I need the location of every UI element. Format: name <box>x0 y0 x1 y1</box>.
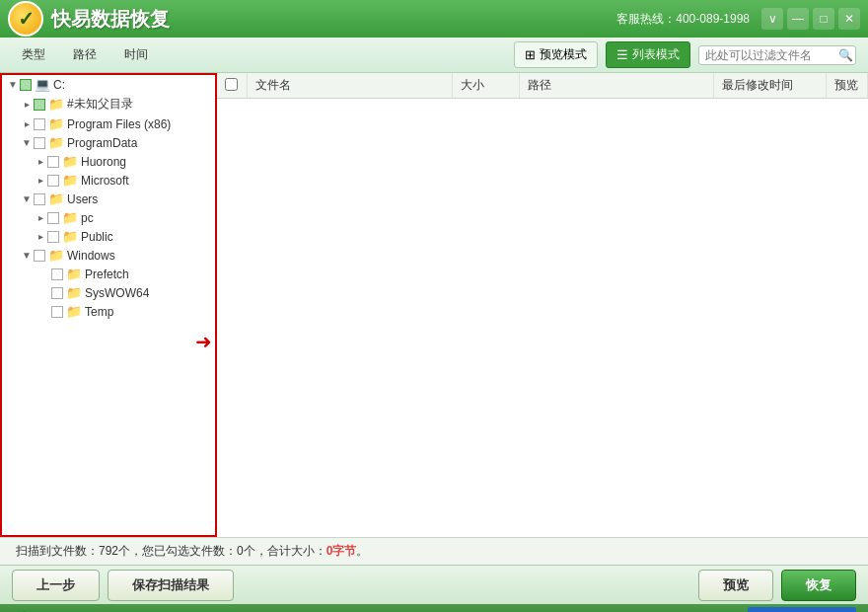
col-checkbox-header[interactable] <box>217 73 248 99</box>
expand-icon[interactable]: ▼ <box>6 79 20 90</box>
titlebar-left: 快易数据恢复 <box>8 1 170 37</box>
tree-item-syswow64[interactable]: 📁 SysWOW64 <box>2 283 215 302</box>
tree-label: Prefetch <box>85 268 129 281</box>
tree-checkbox[interactable] <box>34 250 45 262</box>
preview-mode-button[interactable]: ⊞ 预览模式 <box>514 41 598 68</box>
preview-button[interactable]: 预览 <box>698 570 773 601</box>
tree-item-microsoft[interactable]: ▸ 📁 Microsoft <box>2 171 215 190</box>
tree-item-pc[interactable]: ▸ 📁 pc <box>2 208 215 227</box>
hotline-text: 客服热线：400-089-1998 <box>616 11 750 28</box>
folder-icon: 📁 <box>62 229 78 244</box>
list-mode-button[interactable]: ☰ 列表模式 <box>606 41 690 68</box>
tree-checkbox[interactable] <box>47 212 59 224</box>
tree-checkbox[interactable] <box>20 79 32 91</box>
tree-checkbox[interactable] <box>34 99 45 111</box>
app-container: 快易数据恢复 客服热线：400-089-1998 ∨ — □ ✕ 类型 路径 时… <box>0 0 868 612</box>
tree-item-users[interactable]: ▼ 📁 Users <box>2 190 215 208</box>
search-icon[interactable]: 🔍 <box>838 48 853 62</box>
folder-icon: 📁 <box>62 154 78 169</box>
folder-icon: 📁 <box>48 116 64 131</box>
tab-time[interactable]: 时间 <box>114 42 158 67</box>
folder-icon: 📁 <box>66 267 82 281</box>
tree-item-huorong[interactable]: ▸ 📁 Huorong <box>2 152 215 171</box>
col-preview-header: 预览 <box>827 73 868 99</box>
titlebar: 快易数据恢复 客服热线：400-089-1998 ∨ — □ ✕ <box>0 0 868 38</box>
preview-mode-label: 预览模式 <box>540 46 587 63</box>
expand-icon[interactable]: ▸ <box>34 156 47 167</box>
expand-icon[interactable]: ▼ <box>20 137 34 148</box>
search-box: 🔍 <box>698 45 856 65</box>
tree-item-temp[interactable]: 📁 Temp <box>2 302 215 321</box>
expand-icon <box>37 306 51 317</box>
folder-icon: 📁 <box>48 191 64 206</box>
expand-icon[interactable]: ▼ <box>20 250 34 261</box>
expand-icon[interactable]: ▸ <box>20 118 34 129</box>
expand-button[interactable]: ∨ <box>761 8 783 30</box>
main-wrapper: ▼ 💻 C: ▸ 📁 #未知父目录 ▸ 📁 Program <box>0 73 868 537</box>
tree-checkbox[interactable] <box>51 306 63 318</box>
folder-icon: 📁 <box>62 173 78 188</box>
minimize-button[interactable]: — <box>787 8 809 30</box>
expand-icon[interactable]: ▸ <box>20 99 34 110</box>
tree-label: Public <box>81 230 113 244</box>
folder-icon: 📁 <box>66 285 82 300</box>
grid-icon: ⊞ <box>525 47 536 62</box>
close-button[interactable]: ✕ <box>838 8 860 30</box>
tree-label: Program Files (x86) <box>67 117 171 131</box>
tree-checkbox[interactable] <box>51 268 63 280</box>
restore-button[interactable]: 恢复 <box>781 570 856 601</box>
expand-icon[interactable]: ▸ <box>34 231 47 242</box>
tree-label: Huorong <box>81 155 126 169</box>
toolbar: 类型 路径 时间 ⊞ 预览模式 ☰ 列表模式 🔍 <box>0 38 868 73</box>
tree-checkbox[interactable] <box>47 231 59 243</box>
footer: 🍎 快易苹果恢复 🐧 QQ在线咨询 <box>0 604 868 612</box>
titlebar-right: 客服热线：400-089-1998 ∨ — □ ✕ <box>616 8 860 30</box>
folder-icon: 📁 <box>48 97 64 112</box>
file-scroll-area[interactable]: 文件名 大小 路径 最后修改时间 预览 <box>217 73 868 537</box>
tree-label: SysWOW64 <box>85 286 149 300</box>
col-size-header: 大小 <box>453 73 520 99</box>
select-all-checkbox[interactable] <box>225 78 238 91</box>
tree-item-windows[interactable]: ▼ 📁 Windows <box>2 246 215 265</box>
file-table: 文件名 大小 路径 最后修改时间 预览 <box>217 73 868 99</box>
tree-panel: ▼ 💻 C: ▸ 📁 #未知父目录 ▸ 📁 Program <box>0 73 217 537</box>
tab-path[interactable]: 路径 <box>63 42 107 67</box>
expand-icon[interactable]: ▼ <box>20 193 34 204</box>
qq-consult-button[interactable]: 🐧 QQ在线咨询 <box>748 607 856 613</box>
tree-item-unknown[interactable]: ▸ 📁 #未知父目录 <box>2 94 215 115</box>
app-logo <box>8 1 43 37</box>
tree-label: Temp <box>85 305 113 319</box>
tree-checkbox[interactable] <box>51 287 63 299</box>
col-date-header: 最后修改时间 <box>714 73 827 99</box>
status-size: 0字节 <box>326 543 357 560</box>
tree-item-programdata[interactable]: ▼ 📁 ProgramData <box>2 133 215 152</box>
tree-item-c-drive[interactable]: ▼ 💻 C: <box>2 75 215 94</box>
save-results-button[interactable]: 保存扫描结果 <box>108 570 234 601</box>
tree-checkbox[interactable] <box>34 118 45 130</box>
folder-icon: 📁 <box>48 248 64 263</box>
tree-checkbox[interactable] <box>47 175 59 187</box>
drive-icon: 💻 <box>35 77 50 92</box>
status-text: 扫描到文件数：792个，您已勾选文件数：0个，合计大小： <box>16 543 326 560</box>
tree-label: Users <box>67 192 98 206</box>
folder-icon: 📁 <box>66 304 82 319</box>
tree-checkbox[interactable] <box>47 156 59 168</box>
status-end: 。 <box>356 543 368 560</box>
tree-label: C: <box>53 78 65 92</box>
search-input[interactable] <box>705 48 838 62</box>
tree-label: Microsoft <box>81 174 129 188</box>
bottombar: 上一步 保存扫描结果 预览 恢复 <box>0 565 868 604</box>
tree-checkbox[interactable] <box>34 137 45 149</box>
tree-checkbox[interactable] <box>34 193 45 205</box>
back-button[interactable]: 上一步 <box>12 570 100 601</box>
window-controls: ∨ — □ ✕ <box>761 8 860 30</box>
tree-item-prefetch[interactable]: 📁 Prefetch <box>2 265 215 283</box>
maximize-button[interactable]: □ <box>813 8 834 30</box>
col-path-header: 路径 <box>519 73 713 99</box>
expand-icon[interactable]: ▸ <box>34 212 47 223</box>
list-icon: ☰ <box>616 47 628 62</box>
tree-item-programfiles-x86[interactable]: ▸ 📁 Program Files (x86) <box>2 115 215 133</box>
tab-type[interactable]: 类型 <box>12 42 55 67</box>
expand-icon[interactable]: ▸ <box>34 175 47 186</box>
tree-item-public[interactable]: ▸ 📁 Public <box>2 227 215 246</box>
